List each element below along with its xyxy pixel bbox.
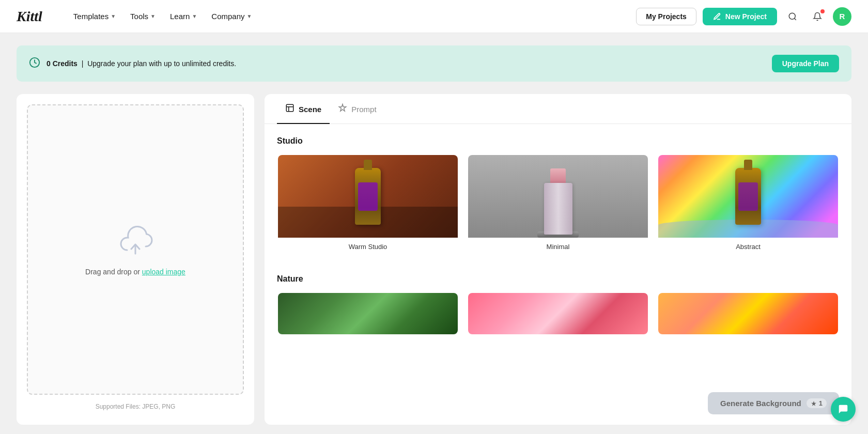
search-button[interactable] <box>783 7 802 26</box>
generate-background-button[interactable]: Generate Background 1 <box>708 392 839 414</box>
upload-cloud-icon <box>115 223 156 259</box>
chevron-down-icon: ▼ <box>111 13 116 19</box>
search-icon <box>788 12 797 21</box>
warm-studio-image <box>278 155 458 238</box>
avatar[interactable]: R <box>833 7 851 26</box>
bottle-warm <box>355 168 381 225</box>
main-content: 0 Credits | Upgrade your plan with up to… <box>0 33 868 434</box>
tab-prompt[interactable]: Prompt <box>330 94 384 124</box>
svg-rect-2 <box>286 104 293 112</box>
scene-card-warm-studio[interactable]: Warm Studio <box>277 154 459 258</box>
minimal-label: Minimal <box>468 238 648 257</box>
tab-scene[interactable]: Scene <box>277 94 330 124</box>
two-column-layout: Drag and drop or upload image Supported … <box>17 94 851 425</box>
minimal-image <box>468 155 648 238</box>
credits-icon-small <box>811 400 817 407</box>
chat-icon <box>838 404 849 415</box>
nav-learn[interactable]: Learn ▼ <box>164 8 203 25</box>
perfume-bottle <box>544 183 572 235</box>
edit-icon <box>713 12 721 21</box>
navbar: Kittl Templates ▼ Tools ▼ Learn ▼ Compan… <box>0 0 868 33</box>
upgrade-plan-button[interactable]: Upgrade Plan <box>772 55 839 72</box>
perfume-cap <box>550 168 566 183</box>
chevron-down-icon: ▼ <box>192 13 197 19</box>
nav-company[interactable]: Company ▼ <box>205 8 258 25</box>
upload-panel: Drag and drop or upload image Supported … <box>17 94 254 425</box>
chevron-down-icon: ▼ <box>150 13 156 19</box>
generate-bar: Generate Background 1 <box>708 392 839 414</box>
notifications-button[interactable] <box>808 7 827 26</box>
nav-links: Templates ▼ Tools ▼ Learn ▼ Company ▼ <box>67 8 619 25</box>
credits-count: 1 <box>807 398 827 408</box>
chat-bubble[interactable] <box>831 397 856 422</box>
upload-link[interactable]: upload image <box>142 268 185 276</box>
credits-text: 0 Credits | Upgrade your plan with up to… <box>47 59 766 68</box>
new-project-button[interactable]: New Project <box>703 8 777 25</box>
scene-card-minimal[interactable]: Minimal <box>467 154 649 258</box>
studio-grid: Warm Studio <box>277 154 839 258</box>
brand-logo[interactable]: Kittl <box>17 8 42 25</box>
supported-files-text: Supported Files: JPEG, PNG <box>27 403 244 414</box>
scene-card-nature3[interactable] <box>657 292 839 335</box>
nature1-image <box>278 293 458 334</box>
scene-panel: Scene Prompt Studio <box>265 94 851 425</box>
nature-section-label: Nature <box>277 274 839 284</box>
scene-tab-icon <box>285 103 295 115</box>
nav-tools[interactable]: Tools ▼ <box>124 8 162 25</box>
nav-templates[interactable]: Templates ▼ <box>67 8 122 25</box>
scene-card-nature1[interactable] <box>277 292 459 335</box>
bell-icon <box>813 12 822 21</box>
credits-banner: 0 Credits | Upgrade your plan with up to… <box>17 45 851 82</box>
nature-grid <box>277 292 839 335</box>
my-projects-button[interactable]: My Projects <box>636 8 696 25</box>
scene-card-nature2[interactable] <box>467 292 649 335</box>
scene-card-abstract[interactable]: Abstract <box>657 154 839 258</box>
nav-right: My Projects New Project R <box>636 7 851 26</box>
upload-text: Drag and drop or upload image <box>85 268 185 276</box>
warm-studio-label: Warm Studio <box>278 238 458 257</box>
scene-tabs: Scene Prompt <box>265 94 851 124</box>
svg-point-0 <box>789 13 795 19</box>
prompt-tab-icon <box>338 103 347 115</box>
bottle-abstract <box>735 168 761 225</box>
nature3-image <box>658 293 838 334</box>
abstract-image <box>658 155 838 238</box>
studio-section-label: Studio <box>277 136 839 146</box>
credits-icon <box>29 57 40 71</box>
notification-badge <box>820 9 825 13</box>
scene-scroll[interactable]: Studio Warm Studio <box>265 124 851 425</box>
chevron-down-icon: ▼ <box>247 13 252 19</box>
upload-zone[interactable]: Drag and drop or upload image <box>27 104 244 395</box>
abstract-label: Abstract <box>658 238 838 257</box>
nature2-image <box>468 293 648 334</box>
